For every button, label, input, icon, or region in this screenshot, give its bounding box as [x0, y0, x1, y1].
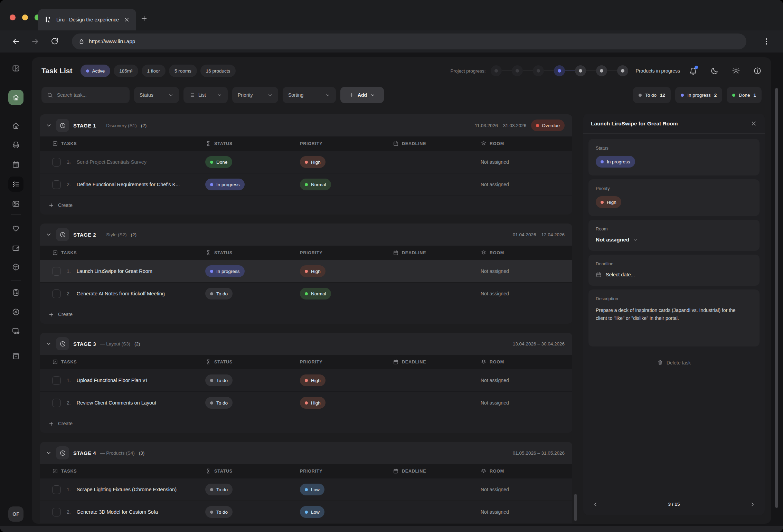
description-text[interactable]: Prepare a deck of inspiration cards (Jap…: [596, 306, 748, 322]
sorting-dropdown[interactable]: Sorting: [283, 87, 336, 103]
view-mode-dropdown[interactable]: List: [183, 87, 228, 103]
status-badge[interactable]: Done: [205, 156, 232, 168]
status-badge[interactable]: To do: [205, 397, 233, 409]
task-title[interactable]: Define Functional Requirements for Chef'…: [77, 182, 180, 187]
task-checkbox[interactable]: [52, 289, 61, 298]
task-checkbox[interactable]: [52, 508, 61, 516]
task-checkbox[interactable]: [52, 376, 61, 385]
task-row[interactable]: 1.Send Project Essentials Survey Done Hi…: [40, 151, 572, 173]
task-checkbox[interactable]: [52, 267, 61, 276]
project-status-pill[interactable]: Active: [81, 65, 110, 77]
browser-tab[interactable]: Liru - Design the experience: [38, 9, 136, 30]
stage-header[interactable]: STAGE 3 — Layout (S3) (2) 13.04.2026 – 3…: [40, 333, 572, 355]
create-task-button[interactable]: Create: [40, 414, 572, 433]
nav-archive-icon[interactable]: [12, 352, 20, 360]
status-badge[interactable]: In progress: [205, 265, 245, 277]
task-title[interactable]: Scrape Lighting Fixtures (Chrome Extensi…: [77, 487, 177, 492]
nav-calendar-icon[interactable]: [12, 160, 20, 169]
progress-dot-current[interactable]: [554, 65, 565, 76]
status-badge[interactable]: To do: [205, 506, 233, 518]
room-cell[interactable]: Not assigned: [481, 378, 572, 383]
room-cell[interactable]: Not assigned: [481, 400, 572, 406]
progress-dot[interactable]: [617, 65, 628, 76]
task-title[interactable]: Launch LiruSwipe for Great Room: [77, 268, 152, 274]
search-field[interactable]: [56, 92, 124, 98]
priority-badge[interactable]: High: [300, 397, 326, 409]
task-checkbox[interactable]: [52, 485, 61, 494]
status-badge[interactable]: In progress: [596, 156, 635, 168]
task-row[interactable]: 2.Generate AI Notes from Kickoff Meeting…: [40, 282, 572, 305]
info-button[interactable]: [753, 67, 762, 75]
delete-task-button[interactable]: Delete task: [588, 360, 760, 365]
browser-menu-button[interactable]: [762, 37, 771, 46]
close-window-button[interactable]: [10, 15, 16, 20]
list-scrollbar-thumb[interactable]: [574, 494, 577, 521]
room-cell[interactable]: Not assigned: [481, 509, 572, 515]
task-row[interactable]: 1.Upload Functional Floor Plan v1 To do …: [40, 369, 572, 391]
stage-header[interactable]: STAGE 2 — Style (S2) (2) 01.04.2026 – 12…: [40, 224, 572, 246]
task-row-selected[interactable]: 1.Launch LiruSwipe for Great Room In pro…: [40, 260, 572, 282]
priority-badge[interactable]: Normal: [300, 179, 331, 190]
nav-wallet-icon[interactable]: [12, 244, 20, 252]
priority-badge[interactable]: High: [300, 265, 326, 277]
priority-badge[interactable]: High: [300, 156, 326, 168]
status-badge[interactable]: To do: [205, 288, 233, 300]
nav-favorites-icon[interactable]: [12, 224, 20, 232]
nav-discover-icon[interactable]: [12, 308, 20, 316]
priority-filter-dropdown[interactable]: Priority: [232, 87, 278, 103]
todo-counter[interactable]: To do 12: [633, 87, 671, 103]
task-title[interactable]: Upload Functional Floor Plan v1: [77, 378, 148, 383]
inprogress-counter[interactable]: In progress 2: [675, 87, 722, 103]
sidebar-collapse-icon[interactable]: [12, 64, 20, 73]
task-checkbox[interactable]: [52, 180, 61, 189]
nav-tasks-active[interactable]: [8, 177, 23, 192]
progress-dot[interactable]: [512, 65, 523, 76]
progress-dot[interactable]: [491, 65, 502, 76]
nav-clipboard-icon[interactable]: [12, 288, 20, 296]
chevron-down-icon[interactable]: [46, 450, 52, 456]
priority-badge[interactable]: Normal: [300, 288, 331, 300]
status-filter-dropdown[interactable]: Status: [134, 87, 179, 103]
nav-home-icon[interactable]: [12, 122, 20, 130]
room-cell[interactable]: Not assigned: [481, 159, 572, 165]
deadline-picker[interactable]: Select date...: [596, 272, 752, 278]
search-task-input[interactable]: [41, 87, 130, 103]
task-title[interactable]: Review Client Comments on Layout: [77, 400, 157, 406]
new-tab-button[interactable]: [140, 15, 148, 22]
user-avatar[interactable]: OF: [8, 506, 23, 522]
room-cell[interactable]: Not assigned: [481, 487, 572, 492]
chevron-left-icon[interactable]: [592, 501, 598, 507]
nav-products-icon[interactable]: [12, 263, 20, 271]
task-title[interactable]: Send Project Essentials Survey: [77, 159, 147, 165]
close-icon[interactable]: [751, 120, 757, 127]
room-cell[interactable]: Not assigned: [481, 291, 572, 296]
notifications-button[interactable]: [689, 67, 697, 75]
nav-gallery-icon[interactable]: [12, 200, 20, 208]
reload-button[interactable]: [50, 37, 59, 46]
chevron-down-icon[interactable]: [46, 341, 52, 347]
page-scrollbar-thumb[interactable]: [775, 88, 778, 508]
chevron-right-icon[interactable]: [749, 501, 756, 507]
task-row[interactable]: 2.Define Functional Requirements for Che…: [40, 173, 572, 196]
chevron-down-icon[interactable]: [46, 231, 52, 238]
address-bar[interactable]: https://www.liru.app: [72, 34, 746, 49]
task-checkbox[interactable]: [52, 399, 61, 407]
status-badge[interactable]: To do: [205, 374, 233, 386]
stage-header[interactable]: STAGE 4 — Products (S4) (3) 01.05.2026 –…: [40, 442, 572, 464]
progress-dot[interactable]: [575, 65, 586, 76]
forward-button[interactable]: [31, 37, 39, 46]
priority-badge[interactable]: High: [596, 196, 621, 208]
create-task-button[interactable]: Create: [40, 305, 572, 324]
task-title[interactable]: Generate AI Notes from Kickoff Meeting: [77, 291, 165, 296]
theme-toggle-button[interactable]: [710, 67, 719, 75]
nav-furniture-icon[interactable]: [12, 141, 20, 149]
status-badge[interactable]: In progress: [205, 179, 245, 190]
priority-badge[interactable]: High: [300, 374, 326, 386]
progress-dot[interactable]: [533, 65, 544, 76]
stage-header[interactable]: STAGE 1 — Discovery (S1) (2) 11.03.2026 …: [40, 114, 572, 136]
minimize-window-button[interactable]: [22, 15, 28, 20]
task-row[interactable]: 1.Scrape Lighting Fixtures (Chrome Exten…: [40, 478, 572, 501]
back-button[interactable]: [12, 37, 20, 46]
done-counter[interactable]: Done 1: [727, 87, 762, 103]
task-checkbox[interactable]: [52, 158, 61, 167]
